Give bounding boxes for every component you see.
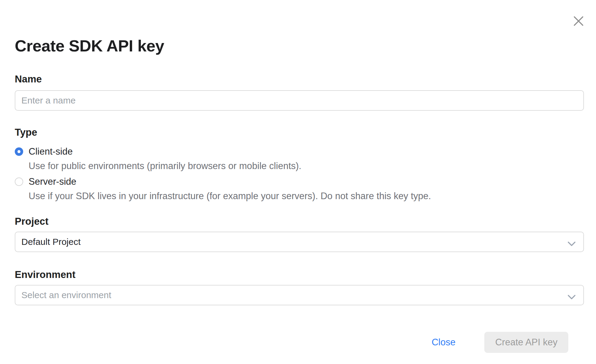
radio-option-client-side[interactable]: Client-side — [15, 146, 584, 158]
radio-option-description: Use if your SDK lives in your infrastruc… — [29, 190, 584, 202]
radio-option-label: Client-side — [29, 146, 73, 158]
radio-option-label: Server-side — [29, 176, 76, 188]
close-button[interactable] — [572, 14, 585, 28]
chevron-down-icon — [567, 292, 576, 302]
project-select-value: Default Project — [21, 237, 81, 247]
project-select[interactable]: Default Project — [15, 232, 584, 252]
close-link-button[interactable]: Close — [432, 337, 455, 348]
radio-selected-icon[interactable] — [15, 147, 23, 156]
type-field-label: Type — [15, 126, 584, 138]
radio-unselected-icon[interactable] — [15, 177, 23, 186]
chevron-down-icon — [567, 239, 576, 249]
create-sdk-api-key-dialog: Create SDK API key Name Type Client-side… — [0, 0, 596, 364]
environment-select-placeholder: Select an environment — [21, 290, 111, 300]
radio-option-server-side[interactable]: Server-side — [15, 176, 584, 188]
environment-select[interactable]: Select an environment — [15, 285, 584, 305]
environment-field-label: Environment — [15, 269, 584, 281]
create-api-key-button[interactable]: Create API key — [484, 332, 568, 353]
project-field-label: Project — [15, 215, 584, 227]
name-input[interactable] — [15, 90, 584, 111]
close-icon — [573, 16, 584, 26]
radio-option-description: Use for public environments (primarily b… — [29, 160, 584, 172]
page-title: Create SDK API key — [15, 0, 584, 56]
name-field-label: Name — [15, 73, 584, 85]
dialog-footer: Close Create API key — [15, 332, 584, 353]
